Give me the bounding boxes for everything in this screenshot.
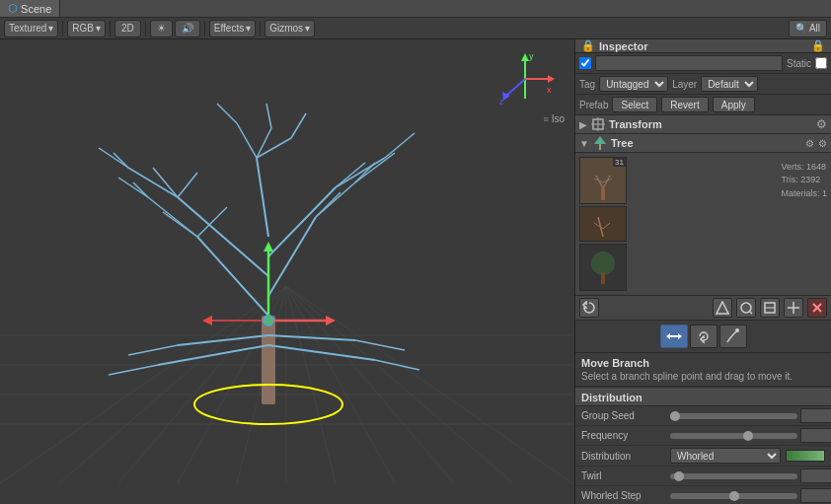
apply-button[interactable]: Apply (713, 97, 755, 112)
revert-button[interactable]: Revert (661, 97, 708, 112)
frequency-row: Frequency 31 (575, 426, 831, 446)
svg-rect-16 (262, 316, 275, 404)
tree-settings-icon[interactable]: ⚙ (805, 138, 814, 149)
svg-line-68 (505, 79, 525, 97)
svg-marker-96 (678, 333, 682, 339)
svg-rect-76 (601, 188, 605, 200)
transform-title: Transform (609, 118, 816, 130)
svg-marker-97 (666, 333, 670, 339)
distribution-section-title: Distribution (575, 389, 831, 406)
prefab-row: Prefab Select Revert Apply (575, 95, 831, 115)
thumb-badge-1: 31 (613, 158, 626, 167)
frequency-slider[interactable] (670, 433, 797, 439)
thumbnail-1[interactable]: 31 (579, 157, 627, 204)
go-name-input[interactable]: Tree (595, 55, 783, 71)
distribution-dropdown[interactable]: Whorled (670, 448, 781, 464)
refresh-tree-button[interactable] (579, 298, 599, 318)
distribution-row: Distribution Whorled (575, 446, 831, 467)
tree-component: ▼ Tree ⚙ ⚙ 31 (575, 134, 831, 321)
group-seed-value[interactable]: 0 (800, 408, 831, 423)
tree-icons-row (575, 295, 831, 320)
distribution-label: Distribution (581, 451, 670, 462)
tree-gear2-icon[interactable]: ⚙ (818, 138, 827, 149)
toolbar-sep-4 (204, 21, 205, 36)
svg-point-98 (735, 328, 739, 332)
rgb-dropdown[interactable]: RGB ▾ (67, 20, 106, 37)
audio-button[interactable]: 🔊 (175, 20, 200, 37)
gizmos-dropdown[interactable]: Gizmos ▾ (264, 20, 315, 37)
tree-component-header[interactable]: ▼ Tree ⚙ ⚙ (575, 134, 831, 153)
prefab-label: Prefab (579, 100, 608, 110)
rotate-branch-button[interactable] (690, 324, 718, 348)
tag-dropdown[interactable]: Untagged (599, 76, 668, 92)
whorled-step-value[interactable]: 5 (800, 488, 831, 503)
whorled-step-row: Whorled Step 5 (575, 486, 831, 504)
search-button[interactable]: 🔍 All (789, 20, 827, 37)
svg-marker-86 (717, 302, 728, 314)
transform-header[interactable]: ▶ Transform ⚙ (575, 115, 831, 134)
free-draw-button[interactable] (719, 324, 747, 348)
svg-text:y: y (529, 51, 534, 61)
frequency-slider-container: 31 (670, 428, 831, 443)
transform-arrow: ▶ (579, 119, 587, 130)
thumbnail-row-2 (579, 206, 827, 242)
light-button[interactable]: ☀ (150, 20, 173, 37)
tree-icon (593, 136, 607, 150)
thumb-info: Verts: 1648 Tris: 2392 Materials: 1 (781, 161, 827, 201)
tree-tool1-button[interactable] (713, 298, 732, 318)
static-label: Static (787, 58, 811, 69)
layer-dropdown[interactable]: Default (701, 76, 758, 92)
toolbar: Textured ▾ RGB ▾ 2D ☀ 🔊 Effects ▾ Gizmos… (0, 18, 831, 39)
svg-line-88 (749, 311, 752, 314)
group-seed-slider[interactable] (670, 413, 797, 419)
axis-gizmo: y x z (495, 49, 555, 108)
toolbar-sep-5 (260, 21, 261, 36)
main-area: y x z ≡ Iso 🔒 Inspector 🔒 (0, 39, 831, 504)
tree-delete-button[interactable] (807, 298, 827, 318)
inspector-title: Inspector (599, 40, 648, 52)
twirl-slider[interactable] (670, 473, 797, 479)
svg-text:z: z (499, 97, 504, 107)
tree-thumbnails: 31 Verts: 1648 Tris: 2392 Mate (575, 153, 831, 295)
tag-layer-row: Tag Untagged Layer Default (575, 74, 831, 95)
static-checkbox[interactable] (815, 57, 827, 69)
twirl-value[interactable]: 0.03 (800, 468, 831, 483)
tool-buttons-row (575, 321, 831, 353)
move-branch-button[interactable] (660, 324, 688, 348)
select-button[interactable]: Select (612, 97, 657, 112)
2d-button[interactable]: 2D (114, 20, 141, 37)
frequency-value[interactable]: 31 (800, 428, 831, 443)
tree-component-title: Tree (611, 137, 805, 149)
scene-tab-label: Scene (21, 3, 51, 15)
svg-text:x: x (547, 85, 552, 95)
scene-icon: ⬡ (8, 2, 18, 15)
tree-tool2-button[interactable] (736, 298, 756, 318)
thumbnail-3[interactable] (579, 244, 627, 291)
go-active-checkbox[interactable] (579, 57, 591, 69)
viewport[interactable]: y x z ≡ Iso (0, 39, 574, 504)
whorled-step-slider[interactable] (670, 493, 797, 499)
tree-tool4-button[interactable] (784, 298, 803, 318)
textured-dropdown[interactable]: Textured ▾ (4, 20, 58, 37)
thumbnail-2[interactable] (579, 206, 627, 242)
group-seed-row: Group Seed 0 (575, 406, 831, 426)
svg-point-61 (264, 316, 273, 325)
effects-dropdown[interactable]: Effects ▾ (209, 20, 256, 37)
twirl-label: Twirl (581, 470, 670, 481)
transform-gear-icon[interactable]: ⚙ (816, 117, 827, 131)
audio-icon: 🔊 (182, 23, 193, 34)
top-bar: ⬡ Scene (0, 0, 831, 18)
chevron-down-icon: ▾ (96, 23, 101, 34)
scene-tab[interactable]: ⬡ Scene (0, 0, 60, 17)
desc-title: Move Branch (581, 357, 825, 369)
toolbar-sep-2 (110, 21, 111, 36)
tree-tool3-button[interactable] (760, 298, 780, 318)
desc-text: Select a branch spline point and drag to… (581, 371, 825, 382)
lock-icon[interactable]: 🔒 (811, 39, 825, 52)
frequency-label: Frequency (581, 430, 670, 441)
group-seed-label: Group Seed (581, 410, 670, 421)
toolbar-sep-1 (62, 21, 63, 36)
layer-label: Layer (672, 79, 697, 90)
sun-icon: ☀ (157, 23, 166, 34)
svg-marker-75 (594, 136, 606, 144)
